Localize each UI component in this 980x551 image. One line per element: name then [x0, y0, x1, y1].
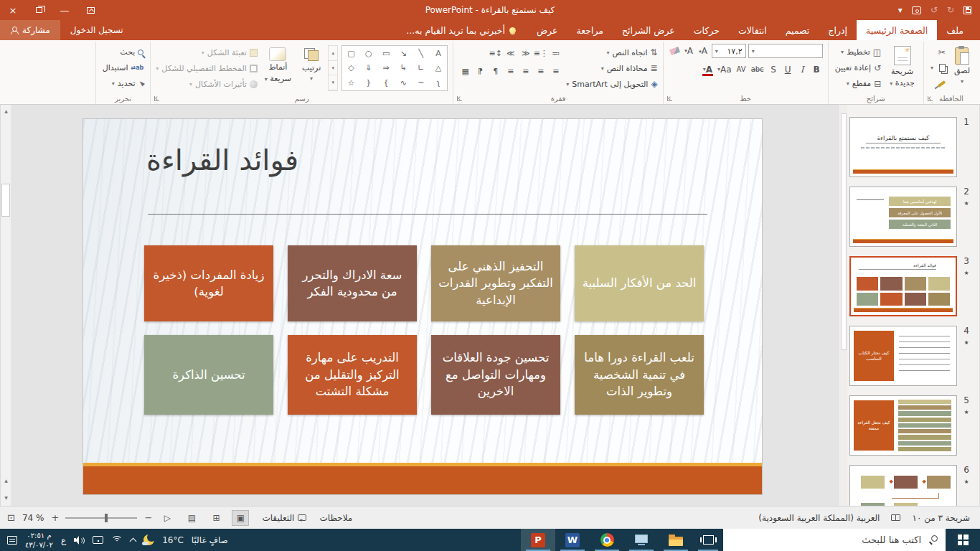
tab-animations[interactable]: حركات: [684, 20, 729, 40]
shape-fill-button[interactable]: تعبئة الشكل▾: [156, 46, 258, 59]
slide-thumbnail-6[interactable]: 6★ ◆ ◆ ◆: [839, 465, 974, 506]
panel-scrollbar-thumb[interactable]: [841, 113, 847, 350]
new-slide-button[interactable]: شريحة جديدة ▾: [886, 44, 918, 92]
taskbar-pc-button[interactable]: [624, 529, 659, 551]
tab-review[interactable]: مراجعة: [567, 20, 613, 40]
tab-design[interactable]: تصميم: [776, 20, 819, 40]
dialog-launcher-icon[interactable]: [928, 96, 933, 101]
taskbar-powerpoint-button[interactable]: P: [521, 529, 555, 551]
strikethrough-button[interactable]: abc: [750, 62, 765, 76]
reset-button[interactable]: ↺إعادة تعيين: [834, 61, 883, 75]
main-vertical-scrollbar[interactable]: ▲ ▲ ▼: [0, 105, 11, 506]
slide-box[interactable]: سعة الادراك والتحرر من محدودية الفكر: [288, 245, 417, 321]
redo-button[interactable]: ↻: [947, 5, 954, 15]
align-right-button[interactable]: ≡: [549, 65, 562, 77]
tab-view[interactable]: عرض: [527, 20, 567, 40]
proofing-icon[interactable]: [891, 514, 900, 521]
volume-icon[interactable]: [74, 536, 85, 545]
text-shadow-button[interactable]: S: [768, 62, 780, 76]
slide-box[interactable]: تحسين الذاكرة: [144, 335, 273, 415]
rtl-direction-button[interactable]: ¶: [489, 65, 502, 77]
slide-box[interactable]: التحفيز الذهني على التفكير وتطوير القدرا…: [431, 245, 560, 321]
tell-me-box[interactable]: أخبرني بما تريد القيام به...: [395, 20, 527, 40]
language-indicator[interactable]: العربية (المملكة العربية السعودية): [758, 513, 880, 523]
taskbar-clock[interactable]: ٠٢:٥١ م ٤٣/٠٧/٠٢: [25, 531, 53, 550]
shapes-gallery[interactable]: ▢○▭↘╲A ◇⇓⇒↳∟△ ☆}{∿~ʅ: [341, 45, 448, 91]
dialog-launcher-icon[interactable]: [154, 96, 159, 101]
quick-styles-button[interactable]: أنماط سريعة ▾: [261, 44, 295, 92]
tab-insert[interactable]: إدراج: [819, 20, 857, 40]
italic-button[interactable]: I: [796, 62, 809, 76]
decrease-indent-button[interactable]: ≪: [519, 47, 532, 60]
undo-button[interactable]: ↺: [930, 5, 938, 15]
taskbar-search-box[interactable]: [723, 529, 946, 551]
format-painter-button[interactable]: [929, 77, 947, 90]
dialog-launcher-icon[interactable]: [667, 96, 672, 101]
font-size-combobox[interactable]: ١٧,٢▾: [712, 44, 746, 58]
change-case-button[interactable]: Aa▾: [716, 62, 733, 76]
shapes-gallery-scrollbar[interactable]: ▴ ▾ ▾: [328, 45, 338, 91]
zoom-in-button[interactable]: +: [51, 512, 58, 523]
justify-button[interactable]: ≡: [504, 65, 517, 77]
scroll-up-button[interactable]: ▲: [1, 105, 11, 116]
slide-box[interactable]: تلعب القراءة دورا هاما في تنمية الشخصية …: [575, 335, 704, 415]
action-center-icon[interactable]: [7, 536, 17, 545]
taskbar-word-button[interactable]: W: [555, 529, 590, 551]
search-input[interactable]: [723, 529, 946, 551]
shape-effects-button[interactable]: تأثيرات الأشكال▾: [156, 77, 258, 90]
replace-button[interactable]: ab⇄استبدال: [101, 61, 146, 75]
panel-scrollbar[interactable]: [840, 105, 847, 506]
slide-box[interactable]: الحد من الأفكار السلبية: [575, 245, 704, 321]
zoom-percent[interactable]: 74 %: [22, 513, 44, 523]
arrange-button[interactable]: ترتيب ▾: [298, 44, 324, 92]
close-button[interactable]: ×: [0, 0, 26, 20]
task-view-button[interactable]: [693, 529, 723, 551]
character-spacing-button[interactable]: AV: [735, 62, 748, 76]
weather-moon-icon[interactable]: [143, 534, 154, 545]
share-button[interactable]: مشاركة: [0, 20, 60, 40]
wifi-icon[interactable]: [111, 536, 123, 544]
normal-view-button[interactable]: ▣: [232, 510, 249, 526]
touch-mode-button[interactable]: [912, 6, 921, 14]
slide-sorter-view-button[interactable]: ⊞: [207, 510, 225, 526]
slide-thumbnail-2[interactable]: 2★ لهدفين أساسيين هما الأول الحصول على ا…: [839, 187, 974, 247]
minimize-button[interactable]: —: [52, 0, 77, 20]
align-center-button[interactable]: ≡: [534, 65, 547, 77]
section-button[interactable]: ⊟مقطع▾: [834, 77, 883, 90]
taskbar-chrome-button[interactable]: [590, 529, 624, 551]
shape-outline-button[interactable]: المخطط التفصيلي للشكل▾: [156, 62, 258, 75]
save-button[interactable]: [963, 6, 971, 14]
slide-thumbnail-4[interactable]: 4★ كيف نختار الكتاب المناسب: [839, 326, 974, 386]
slide-thumbnail-5[interactable]: 5★ كيف نجعل القراءة ممتعة: [839, 395, 974, 456]
dialog-launcher-icon[interactable]: [457, 96, 462, 101]
customize-qat-button[interactable]: ▾: [898, 5, 903, 15]
line-spacing-button[interactable]: ↕≡: [489, 47, 502, 60]
slide-canvas[interactable]: فوائد القراءة الحد من الأفكار السلبية ال…: [83, 118, 763, 495]
slide-box[interactable]: التدريب على مهارة التركيز والتقليل من مش…: [288, 335, 417, 415]
next-slide-button[interactable]: ▼: [1, 489, 11, 506]
text-direction-button[interactable]: ⇅اتجاه النص▾: [566, 46, 657, 59]
zoom-out-button[interactable]: −: [144, 512, 151, 523]
font-color-button[interactable]: A▾: [702, 62, 714, 76]
ltr-direction-button[interactable]: ¶: [473, 65, 487, 77]
align-text-button[interactable]: ≣محاذاة النص▾: [566, 62, 657, 75]
input-language-indicator[interactable]: ع: [61, 535, 66, 545]
slide-title[interactable]: فوائد القراءة: [146, 143, 298, 176]
zoom-slider[interactable]: [65, 517, 137, 519]
ribbon-display-options-button[interactable]: [77, 0, 103, 20]
weather-description[interactable]: صافٍ غالبًا: [192, 535, 228, 545]
tab-slideshow[interactable]: عرض الشرائح: [613, 20, 684, 40]
convert-smartart-button[interactable]: ◈التحويل إلى SmartArt▾: [566, 77, 657, 90]
reading-view-button[interactable]: ▤: [183, 510, 200, 526]
slide-thumbnail-3-selected[interactable]: 3★ فوائد القراءة: [839, 256, 974, 316]
paste-button[interactable]: لصق ▾: [951, 44, 974, 92]
grow-font-button[interactable]: A▴: [697, 44, 710, 58]
touch-keyboard-icon[interactable]: [93, 536, 103, 544]
weather-temperature[interactable]: 16°C: [162, 535, 184, 545]
start-button[interactable]: [946, 529, 980, 551]
copy-button[interactable]: ▾: [929, 61, 947, 75]
tab-home[interactable]: الصفحة الرئيسية: [857, 20, 937, 40]
font-name-combobox[interactable]: ▾: [748, 44, 823, 58]
fit-to-window-button[interactable]: ⊡: [7, 512, 15, 523]
bold-button[interactable]: B: [811, 62, 823, 76]
